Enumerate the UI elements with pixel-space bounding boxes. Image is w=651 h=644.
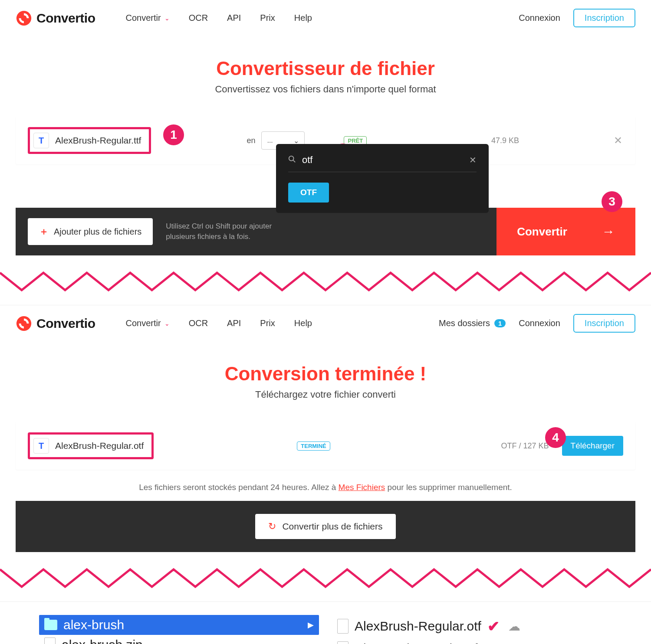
nav-convert[interactable]: Convertir⌄ bbox=[126, 13, 170, 23]
svg-point-3 bbox=[16, 316, 31, 330]
nav-convert[interactable]: Convertir⌄ bbox=[126, 318, 170, 328]
convert-more-button[interactable]: ↻ Convertir plus de fichiers bbox=[255, 514, 395, 539]
convert-button[interactable]: Convertir → 3 bbox=[496, 208, 635, 255]
document-icon bbox=[337, 641, 349, 644]
chevron-down-icon: ⌄ bbox=[164, 15, 170, 22]
format-search-input[interactable] bbox=[302, 154, 463, 166]
divider-zigzag bbox=[0, 565, 651, 591]
hero-subtitle: Convertissez vos fichiers dans n'importe… bbox=[0, 84, 651, 95]
action-bar-2: ↻ Convertir plus de fichiers bbox=[16, 501, 635, 552]
nav-help[interactable]: Help bbox=[294, 318, 312, 328]
logo-icon bbox=[16, 315, 32, 332]
storage-info: Les fichiers seront stockés pendant 24 h… bbox=[16, 483, 635, 492]
nav-ocr[interactable]: OCR bbox=[189, 13, 208, 23]
file-type-icon: T bbox=[33, 133, 49, 148]
nav-api[interactable]: API bbox=[227, 318, 241, 328]
cloud-icon: ☁ bbox=[508, 619, 520, 634]
remove-file-button[interactable]: ✕ bbox=[614, 134, 622, 147]
logo-text: Convertio bbox=[36, 316, 95, 331]
arrow-right-icon: → bbox=[602, 224, 615, 239]
signup-button[interactable]: Inscription bbox=[573, 314, 635, 333]
zip-icon bbox=[44, 637, 56, 644]
main-nav: Convertir⌄ OCR API Prix Help bbox=[126, 13, 312, 23]
hero-2: Conversion terminée ! Téléchargez votre … bbox=[0, 341, 651, 413]
my-files-inline-link[interactable]: Mes Fichiers bbox=[339, 483, 385, 492]
finder-item-zip[interactable]: alex-brush.zip bbox=[39, 635, 319, 644]
plus-icon: ＋ bbox=[39, 225, 49, 238]
finder-right-col: AlexBrush-Regular.otf ✔ ☁ AlexBrush-Regu… bbox=[332, 615, 612, 644]
hero-title: Conversion terminée ! bbox=[0, 363, 651, 385]
finder-item-folder[interactable]: alex-brush ▶ bbox=[39, 615, 319, 635]
file-name: AlexBrush-Regular.ttf bbox=[55, 135, 141, 146]
file-type-icon: T bbox=[33, 438, 49, 454]
status-badge: TERMINÉ bbox=[297, 441, 330, 451]
finder-mock: alex-brush ▶ alex-brush.zip AlexBrush-Re… bbox=[39, 615, 612, 644]
format-option-otf[interactable]: OTF bbox=[288, 183, 329, 203]
header-1: Convertio Convertir⌄ OCR API Prix Help C… bbox=[0, 0, 651, 36]
svg-line-2 bbox=[293, 160, 296, 162]
divider-zigzag bbox=[0, 268, 651, 294]
step-badge-4: 4 bbox=[545, 427, 566, 448]
my-files-count: 1 bbox=[494, 319, 506, 327]
step-badge-3: 3 bbox=[602, 191, 622, 212]
nav-pricing[interactable]: Prix bbox=[260, 318, 275, 328]
logo[interactable]: Convertio bbox=[16, 10, 95, 26]
file-highlight-box: T AlexBrush-Regular.otf bbox=[28, 432, 154, 459]
reload-icon: ↻ bbox=[268, 521, 276, 532]
close-icon[interactable]: ✕ bbox=[469, 155, 477, 165]
hero-title: Convertisseur de fichier bbox=[0, 58, 651, 79]
nav-api[interactable]: API bbox=[227, 13, 241, 23]
format-dropdown: ✕ OTF bbox=[276, 144, 489, 213]
hero-subtitle: Téléchargez votre fichier converti bbox=[0, 389, 651, 400]
header-2: Convertio Convertir⌄ OCR API Prix Help M… bbox=[0, 305, 651, 341]
logo[interactable]: Convertio bbox=[16, 315, 95, 332]
check-icon: ✔ bbox=[487, 618, 500, 635]
add-more-hint: Utilisez Ctrl ou Shift pour ajouter plus… bbox=[166, 221, 279, 242]
signup-button[interactable]: Inscription bbox=[573, 9, 635, 27]
hero-1: Convertisseur de fichier Convertissez vo… bbox=[0, 36, 651, 108]
folder-icon bbox=[44, 620, 57, 630]
logo-text: Convertio bbox=[36, 11, 95, 26]
triangle-right-icon: ▶ bbox=[308, 620, 314, 630]
nav-help[interactable]: Help bbox=[294, 13, 312, 23]
file-row-2: 4 T AlexBrush-Regular.otf TERMINÉ OTF / … bbox=[16, 422, 635, 470]
finder-item-file[interactable]: AlexBrush-Regular.otf ✔ ☁ bbox=[332, 615, 612, 637]
chevron-down-icon: ⌄ bbox=[293, 137, 299, 145]
main-nav: Convertir⌄ OCR API Prix Help bbox=[126, 318, 312, 328]
svg-point-1 bbox=[289, 156, 294, 160]
logo-icon bbox=[16, 10, 32, 26]
document-icon bbox=[337, 619, 349, 634]
file-name: AlexBrush-Regular.otf bbox=[55, 441, 144, 451]
add-more-files-button[interactable]: ＋ Ajouter plus de fichiers bbox=[28, 218, 153, 245]
en-label: en bbox=[247, 136, 255, 145]
signin-link[interactable]: Connexion bbox=[519, 318, 560, 328]
search-icon bbox=[288, 155, 296, 165]
download-button[interactable]: Télécharger bbox=[562, 436, 623, 456]
file-highlight-box: T AlexBrush-Regular.ttf bbox=[28, 127, 151, 154]
my-files-link[interactable]: Mes dossiers 1 bbox=[439, 318, 506, 328]
step-badge-1: 1 bbox=[163, 124, 184, 145]
svg-point-0 bbox=[16, 10, 31, 25]
finder-item-file[interactable]: AlexBrush-Regular.ttf ✔ bbox=[332, 637, 612, 644]
file-size: 47.9 KB bbox=[491, 136, 519, 145]
finder-left-col: alex-brush ▶ alex-brush.zip bbox=[39, 615, 319, 644]
signin-link[interactable]: Connexion bbox=[519, 13, 560, 23]
check-icon: ✔ bbox=[483, 640, 496, 644]
file-meta: OTF / 127 KB bbox=[501, 441, 549, 451]
action-bar-1: ＋ Ajouter plus de fichiers Utilisez Ctrl… bbox=[16, 208, 635, 255]
chevron-down-icon: ⌄ bbox=[164, 320, 170, 327]
nav-ocr[interactable]: OCR bbox=[189, 318, 208, 328]
nav-pricing[interactable]: Prix bbox=[260, 13, 275, 23]
